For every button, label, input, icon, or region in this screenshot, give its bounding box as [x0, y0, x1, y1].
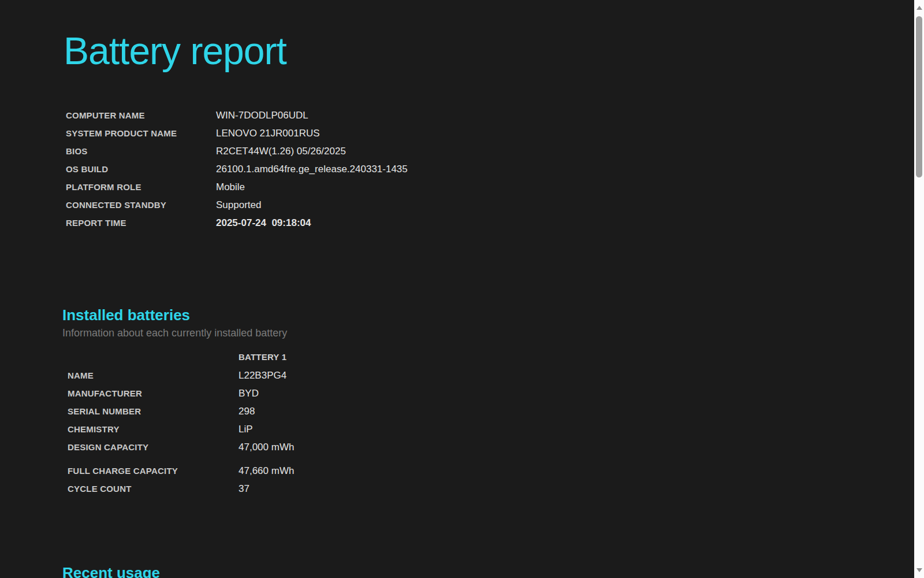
table-row: SERIAL NUMBER 298	[68, 406, 924, 424]
table-row: FULL CHARGE CAPACITY 47,660 mWh	[68, 465, 924, 483]
row-label: CYCLE COUNT	[68, 484, 239, 494]
table-row: SYSTEM PRODUCT NAME LENOVO 21JR001RUS	[66, 128, 924, 146]
row-label: BIOS	[66, 146, 216, 156]
row-label: PLATFORM ROLE	[66, 182, 216, 192]
battery-info-table: BATTERY 1 NAME L22B3PG4 MANUFACTURER BYD…	[68, 352, 924, 501]
row-label: OS BUILD	[66, 164, 216, 174]
row-label: SERIAL NUMBER	[68, 406, 239, 416]
row-value: 47,000 mWh	[239, 442, 294, 453]
row-value: BYD	[239, 388, 259, 399]
row-value: Supported	[216, 199, 261, 211]
row-spacer	[68, 460, 924, 465]
row-value: 47,660 mWh	[239, 465, 294, 477]
system-info-table: COMPUTER NAME WIN-7DODLP06UDL SYSTEM PRO…	[66, 110, 924, 235]
table-row: OS BUILD 26100.1.amd64fre.ge_release.240…	[66, 164, 924, 181]
row-label: DESIGN CAPACITY	[68, 442, 239, 452]
vertical-scrollbar[interactable]	[914, 0, 924, 578]
table-row: CONNECTED STANDBY Supported	[66, 199, 924, 217]
table-header-row: BATTERY 1	[68, 352, 924, 370]
row-value: Mobile	[216, 181, 245, 193]
battery-column-header: BATTERY 1	[239, 352, 286, 362]
table-row: CYCLE COUNT 37	[68, 483, 924, 501]
row-value: LiP	[239, 424, 253, 435]
row-value: WIN-7DODLP06UDL	[216, 110, 308, 121]
page-title: Battery report	[64, 28, 924, 74]
report-time-value: 2025-07-24 09:18:04	[216, 217, 311, 229]
row-label: MANUFACTURER	[68, 388, 239, 398]
row-label: COMPUTER NAME	[66, 110, 216, 120]
row-label: FULL CHARGE CAPACITY	[68, 466, 239, 476]
table-row: DESIGN CAPACITY 47,000 mWh	[68, 442, 924, 460]
row-value: R2CET44W(1.26) 05/26/2025	[216, 146, 346, 157]
scrollbar-down-icon[interactable]	[916, 568, 922, 572]
installed-batteries-heading: Installed batteries	[62, 306, 924, 324]
table-row: CHEMISTRY LiP	[68, 424, 924, 442]
row-label: NAME	[68, 370, 239, 380]
table-row: BIOS R2CET44W(1.26) 05/26/2025	[66, 146, 924, 164]
table-row: NAME L22B3PG4	[68, 370, 924, 388]
row-value: LENOVO 21JR001RUS	[216, 128, 320, 139]
row-label: REPORT TIME	[66, 218, 216, 228]
row-label: CHEMISTRY	[68, 424, 239, 434]
row-label: SYSTEM PRODUCT NAME	[66, 128, 216, 138]
recent-usage-heading: Recent usage	[62, 564, 924, 578]
row-value: 37	[239, 483, 249, 495]
table-row: COMPUTER NAME WIN-7DODLP06UDL	[66, 110, 924, 128]
row-label: CONNECTED STANDBY	[66, 200, 216, 210]
table-row: REPORT TIME 2025-07-24 09:18:04	[66, 217, 924, 235]
row-value: 298	[239, 406, 255, 417]
scrollbar-up-icon[interactable]	[916, 6, 922, 10]
installed-batteries-subtitle: Information about each currently install…	[62, 327, 924, 339]
battery-report-page: Battery report COMPUTER NAME WIN-7DODLP0…	[0, 0, 924, 578]
row-value: 26100.1.amd64fre.ge_release.240331-1435	[216, 164, 408, 175]
table-row: MANUFACTURER BYD	[68, 388, 924, 406]
scrollbar-thumb[interactable]	[916, 16, 922, 177]
table-row: PLATFORM ROLE Mobile	[66, 181, 924, 199]
row-value: L22B3PG4	[239, 370, 286, 381]
